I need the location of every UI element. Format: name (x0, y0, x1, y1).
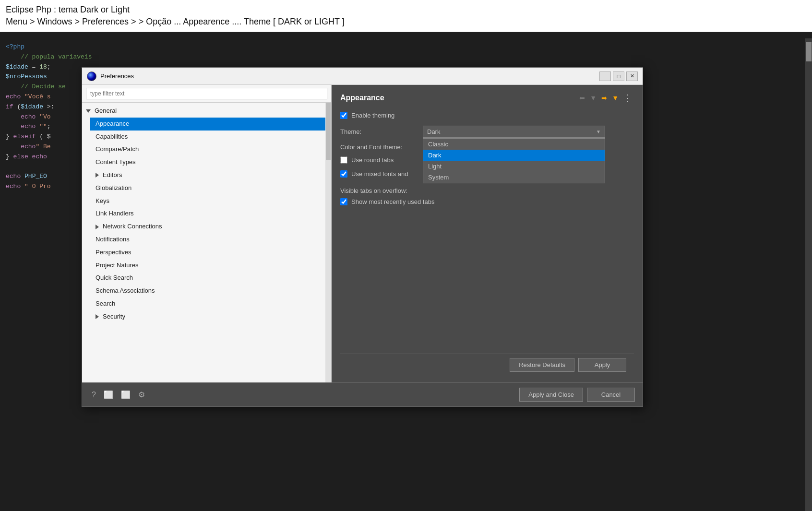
minimize-button[interactable]: – (599, 71, 611, 81)
expand-icon-general (86, 109, 91, 113)
dropdown-arrow-icon: ▼ (596, 129, 601, 134)
expand-icon-security (96, 314, 99, 319)
right-panel-header: Appearance ⬅ ▼ ➡ ▼ ⋮ (340, 92, 634, 104)
apply-and-close-button[interactable]: Apply and Close (519, 388, 583, 402)
appearance-content: Enable theming Theme: Dark ▼ Classic Dar… (340, 112, 634, 354)
use-round-tabs-label: Use round tabs (351, 156, 394, 164)
use-mixed-fonts-label: Use mixed fonts and (351, 170, 408, 178)
tree-scrollbar[interactable] (325, 103, 331, 382)
theme-row: Theme: Dark ▼ Classic Dark Light System (340, 126, 634, 138)
tree-children-general: Appearance Capabilities Compare/Patch Co… (82, 118, 331, 323)
right-panel: Appearance ⬅ ▼ ➡ ▼ ⋮ Enable theming (332, 85, 643, 382)
bottom-left-icons: ? ⬜ ⬜ ⚙ (90, 389, 147, 400)
tree-item-compare-patch-label: Compare/Patch (96, 144, 139, 154)
dialog-controls: – □ ✕ (599, 71, 638, 81)
theme-dropdown-container: Dark ▼ Classic Dark Light System (423, 126, 605, 138)
use-mixed-fonts-checkbox[interactable] (340, 170, 347, 178)
show-recently-label: Show most recently used tabs (351, 198, 434, 205)
show-recently-row: Show most recently used tabs (340, 198, 634, 205)
left-panel: General Appearance Capabilities Compare/… (82, 85, 332, 382)
restore-defaults-button[interactable]: Restore Defaults (510, 358, 574, 372)
bottom-right-buttons: Apply and Close Cancel (519, 388, 635, 402)
tree-item-content-types[interactable]: Content Types (90, 156, 331, 169)
tree-item-network-connections[interactable]: Network Connections (90, 220, 331, 233)
tree-item-security-label: Security (103, 312, 125, 322)
bottom-buttons-row2: ? ⬜ ⬜ ⚙ Apply and Close Cancel (82, 382, 643, 406)
tree-item-editors-label: Editors (103, 170, 122, 180)
tree-item-link-handlers[interactable]: Link Handlers (90, 207, 331, 220)
tree-group-general[interactable]: General (82, 105, 331, 118)
dialog-title-left: Preferences (87, 71, 134, 81)
nav-forward-dropdown[interactable]: ▼ (610, 93, 621, 103)
close-button[interactable]: ✕ (626, 71, 638, 81)
cancel-button[interactable]: Cancel (587, 388, 635, 402)
theme-option-dark[interactable]: Dark (423, 150, 605, 161)
tree-item-project-natures[interactable]: Project Natures (90, 259, 331, 272)
tree-item-appearance-label: Appearance (96, 119, 129, 129)
tree-item-content-types-label: Content Types (96, 157, 136, 167)
tree-item-search-label: Search (96, 299, 115, 309)
show-recently-checkbox[interactable] (340, 198, 347, 205)
enable-theming-row: Enable theming (340, 112, 634, 119)
dialog-body: General Appearance Capabilities Compare/… (82, 85, 643, 382)
tree-item-link-handlers-label: Link Handlers (96, 209, 134, 219)
theme-label: Theme: (340, 128, 417, 135)
tree-item-schema-associations-label: Schema Associations (96, 286, 155, 296)
theme-dropdown-list: Classic Dark Light System (423, 138, 605, 183)
tree-item-appearance[interactable]: Appearance (90, 118, 331, 131)
panel-nav: ⬅ ▼ ➡ ▼ ⋮ (577, 92, 634, 104)
tree-group-general-label: General (95, 106, 117, 116)
enable-theming-label: Enable theming (351, 112, 394, 119)
settings-button[interactable]: ⚙ (136, 389, 147, 400)
maximize-button[interactable]: □ (613, 71, 624, 81)
expand-icon-network (96, 225, 99, 229)
nav-back-dropdown[interactable]: ▼ (588, 93, 598, 103)
nav-forward-button[interactable]: ➡ (599, 93, 609, 103)
filter-input[interactable] (86, 88, 327, 99)
tree-item-globalization[interactable]: Globalization (90, 182, 331, 195)
tree-container: General Appearance Capabilities Compare/… (82, 103, 331, 382)
tree-item-keys-label: Keys (96, 196, 109, 206)
tree-item-network-connections-label: Network Connections (103, 222, 162, 232)
theme-option-light[interactable]: Light (423, 161, 605, 172)
tree-item-perspectives[interactable]: Perspectives (90, 246, 331, 259)
tree-item-editors[interactable]: Editors (90, 169, 331, 182)
eclipse-logo-icon (87, 71, 96, 81)
export-button[interactable]: ⬜ (119, 389, 132, 400)
tree-item-keys[interactable]: Keys (90, 195, 331, 208)
enable-theming-checkbox[interactable] (340, 112, 347, 119)
code-line-2: // popula variaveis (6, 52, 806, 62)
theme-option-classic[interactable]: Classic (423, 139, 605, 150)
tree-item-search[interactable]: Search (90, 297, 331, 310)
annotation-line2: Menu > Windows > Preferences > > Opção .… (6, 16, 806, 28)
nav-back-button[interactable]: ⬅ (577, 93, 587, 103)
help-button[interactable]: ? (90, 390, 98, 400)
tree-item-perspectives-label: Perspectives (96, 248, 131, 258)
apply-button[interactable]: Apply (578, 358, 626, 372)
nav-more-button[interactable]: ⋮ (621, 92, 634, 104)
tree-item-notifications[interactable]: Notifications (90, 233, 331, 246)
annotation-line1: Eclipse Php : tema Dark or Light (6, 4, 806, 16)
expand-icon-editors (96, 173, 99, 178)
tree-scrollbar-thumb (326, 103, 331, 160)
tree-item-security[interactable]: Security (90, 310, 331, 323)
tree-item-globalization-label: Globalization (96, 183, 131, 193)
editor-scrollbar[interactable] (805, 38, 812, 511)
use-round-tabs-checkbox[interactable] (340, 156, 347, 164)
preferences-dialog: Preferences – □ ✕ General (82, 67, 643, 407)
top-annotation: Eclipse Php : tema Dark or Light Menu > … (0, 0, 812, 32)
dialog-titlebar: Preferences – □ ✕ (82, 68, 643, 85)
dialog-title-text: Preferences (100, 72, 134, 80)
tree-item-quick-search[interactable]: Quick Search (90, 272, 331, 285)
panel-title: Appearance (340, 94, 384, 102)
tree-item-notifications-label: Notifications (96, 235, 130, 245)
tree-item-quick-search-label: Quick Search (96, 273, 133, 283)
tree-item-capabilities[interactable]: Capabilities (90, 131, 331, 143)
tree-item-schema-associations[interactable]: Schema Associations (90, 285, 331, 297)
tree-item-compare-patch[interactable]: Compare/Patch (90, 143, 331, 156)
theme-option-system[interactable]: System (423, 172, 605, 183)
theme-dropdown[interactable]: Dark ▼ (423, 126, 605, 138)
import-button[interactable]: ⬜ (102, 389, 115, 400)
tree-item-project-natures-label: Project Natures (96, 261, 139, 271)
tree-item-capabilities-label: Capabilities (96, 132, 128, 142)
